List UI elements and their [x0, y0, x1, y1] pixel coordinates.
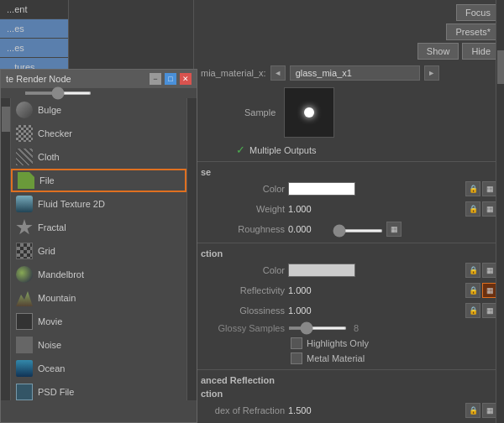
- reflectivity-icon-1[interactable]: 🔒: [465, 283, 480, 298]
- render-node-window: te Render Node − □ ✕ Bulge Checker: [0, 69, 197, 423]
- ior-value: 1.500: [288, 405, 326, 415]
- fractal-icon: [16, 219, 33, 236]
- close-button[interactable]: ✕: [180, 73, 192, 85]
- list-item-fractal[interactable]: Fractal: [11, 216, 186, 239]
- sample-dot: [304, 107, 314, 118]
- refl-color-icon-1[interactable]: 🔒: [465, 263, 480, 278]
- movie-icon: [16, 313, 33, 330]
- refl-color-row: Color 🔒 ▦: [194, 260, 504, 280]
- material-row: mia_material_x: ◄ ►: [194, 63, 504, 83]
- show-button[interactable]: Show: [417, 43, 459, 60]
- arrow-left-icon[interactable]: ◄: [270, 65, 286, 81]
- list-item-psd[interactable]: PSD File: [11, 380, 186, 400]
- diffuse-color-icons: 🔒 ▦: [465, 181, 497, 196]
- left-scrollbar[interactable]: [1, 98, 11, 400]
- focus-button[interactable]: Focus: [456, 4, 500, 21]
- checkmark-icon: ✓: [236, 144, 245, 156]
- highlights-only-checkbox[interactable]: [291, 337, 302, 349]
- metal-material-label: Metal Material: [307, 353, 365, 363]
- sample-row: Sample: [194, 83, 504, 142]
- material-name-input[interactable]: [290, 65, 420, 81]
- section-adv-refraction: ction: [194, 387, 504, 400]
- file-label: File: [39, 175, 55, 185]
- multiple-outputs-row: ✓ Multiple Outputs: [194, 142, 504, 158]
- diffuse-weight-icon-1[interactable]: 🔒: [465, 201, 480, 217]
- reflectivity-row: Reflectivity 1.000 🔒 ▦: [194, 280, 504, 300]
- noise-label: Noise: [38, 340, 61, 350]
- sidebar-item-0[interactable]: ...ent: [0, 0, 68, 19]
- diffuse-color-icon-1[interactable]: 🔒: [465, 181, 480, 196]
- refl-color-swatch[interactable]: [288, 264, 355, 277]
- left-scroll-thumb[interactable]: [2, 107, 10, 132]
- divider-1: [194, 161, 504, 162]
- window-main-slider[interactable]: [24, 91, 92, 95]
- ior-icon-1[interactable]: 🔒: [465, 403, 480, 418]
- psd-label: PSD File: [38, 387, 74, 397]
- arrow-right-icon[interactable]: ►: [424, 65, 439, 81]
- diffuse-roughness-label: Roughness: [201, 224, 285, 234]
- fractal-label: Fractal: [38, 222, 66, 232]
- file-icon: [18, 172, 34, 189]
- diffuse-color-row: Color 🔒 ▦: [194, 179, 504, 199]
- right-scrollbar[interactable]: [496, 0, 504, 423]
- section-adv-reflection: anced Reflection: [194, 373, 504, 387]
- glossy-samples-label: Glossy Samples: [201, 323, 285, 333]
- list-item-cloth[interactable]: Cloth: [11, 145, 186, 169]
- list-item-fluid[interactable]: Fluid Texture 2D: [11, 192, 186, 216]
- list-item-grid[interactable]: Grid: [11, 239, 186, 263]
- diffuse-weight-row: Weight 1.000 🔒 ▦: [194, 199, 504, 219]
- diffuse-roughness-row: Roughness 0.000 ▦: [194, 219, 504, 239]
- sample-label: Sample: [244, 107, 276, 118]
- ocean-icon: [16, 360, 33, 377]
- noise-icon: [16, 337, 33, 353]
- grid-icon: [16, 243, 33, 259]
- window-list-area: Bulge Checker Cloth File Fluid Texture 2…: [1, 98, 197, 400]
- maximize-button[interactable]: □: [165, 73, 176, 85]
- glossy-samples-value: 8: [354, 323, 359, 333]
- diffuse-color-swatch[interactable]: [288, 182, 355, 196]
- list-item-movie[interactable]: Movie: [11, 310, 186, 333]
- list-item-checker[interactable]: Checker: [11, 122, 186, 145]
- hide-button[interactable]: Hide: [462, 43, 500, 60]
- roughness-slider[interactable]: [333, 229, 383, 232]
- checker-label: Checker: [38, 128, 72, 138]
- ior-label: dex of Refraction: [201, 405, 285, 415]
- cloth-label: Cloth: [38, 152, 60, 162]
- divider-3: [194, 369, 504, 370]
- glossiness-icon-1[interactable]: 🔒: [465, 303, 480, 318]
- window-title: te Render Node: [6, 74, 146, 84]
- mandelbrot-label: Mandelbrot: [38, 269, 84, 279]
- glossiness-row: Glossiness 1.000 🔒 ▦: [194, 300, 504, 321]
- glossiness-value: 1.000: [288, 306, 326, 316]
- window-titlebar: te Render Node − □ ✕: [1, 70, 197, 88]
- list-item-mountain[interactable]: Mountain: [11, 286, 186, 310]
- sidebar-item-1[interactable]: ...es: [0, 19, 68, 39]
- metal-material-checkbox[interactable]: [291, 352, 302, 364]
- glossy-samples-row: Glossy Samples 8: [194, 321, 504, 336]
- glossy-samples-slider[interactable]: [288, 326, 347, 330]
- roughness-icon[interactable]: ▦: [386, 222, 402, 237]
- list-item-ocean[interactable]: Ocean: [11, 357, 186, 380]
- glossiness-label: Glossiness: [201, 306, 285, 316]
- list-item-mandelbrot[interactable]: Mandelbrot: [11, 263, 186, 286]
- sidebar-item-2[interactable]: ...es: [0, 39, 68, 58]
- ior-row: dex of Refraction 1.500 🔒 ▦: [194, 400, 504, 420]
- list-item-bulge[interactable]: Bulge: [11, 98, 186, 122]
- right-scrollbar-window[interactable]: [186, 98, 197, 400]
- item-list: Bulge Checker Cloth File Fluid Texture 2…: [11, 98, 186, 400]
- scrollbar-thumb[interactable]: [497, 50, 504, 84]
- show-hide-row: Show Hide: [194, 43, 504, 63]
- movie-label: Movie: [38, 316, 62, 326]
- mandelbrot-icon: [16, 266, 33, 283]
- minimize-button[interactable]: −: [150, 73, 161, 85]
- fluid-icon: [16, 196, 33, 212]
- mountain-icon: [16, 290, 33, 306]
- list-item-noise[interactable]: Noise: [11, 333, 186, 357]
- presets-button[interactable]: Presets*: [446, 24, 500, 40]
- material-name-label: mia_material_x:: [201, 68, 266, 78]
- diffuse-roughness-value: 0.000: [288, 224, 326, 234]
- list-item-file[interactable]: File: [11, 169, 186, 192]
- diffuse-color-label: Color: [201, 184, 285, 194]
- metal-material-row: Metal Material: [194, 351, 504, 366]
- sample-preview[interactable]: [284, 87, 334, 138]
